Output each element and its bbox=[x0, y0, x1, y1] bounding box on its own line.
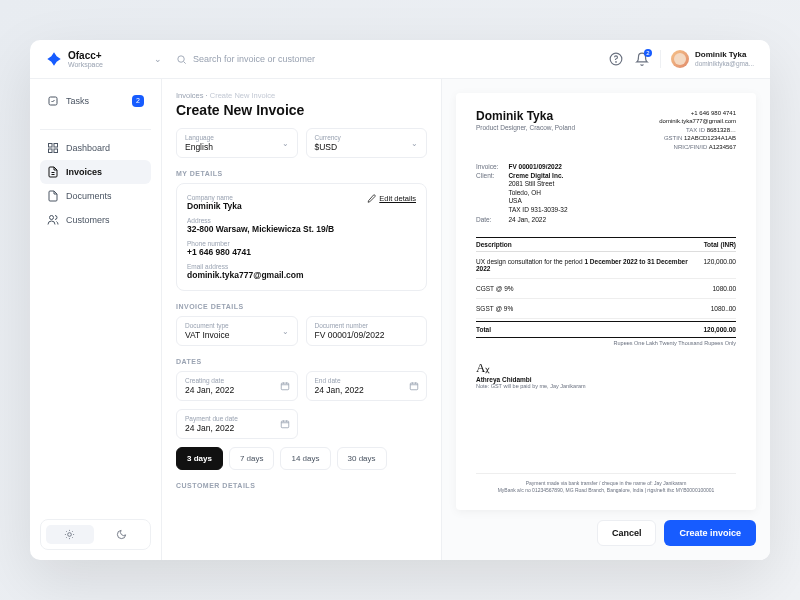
field-value: English bbox=[185, 142, 289, 152]
chevron-down-icon: ⌄ bbox=[282, 327, 289, 336]
dashboard-icon bbox=[47, 142, 59, 154]
sidebar-item-customers[interactable]: Customers bbox=[40, 208, 151, 232]
pill-14days[interactable]: 14 days bbox=[280, 447, 330, 470]
field-label: Payment due date bbox=[185, 415, 289, 422]
phone-value: +1 646 980 4741 bbox=[187, 247, 416, 257]
th-total: Total (INR) bbox=[704, 241, 736, 248]
avatar bbox=[671, 50, 689, 68]
pill-3days[interactable]: 3 days bbox=[176, 447, 223, 470]
end-date-input[interactable]: End date 24 Jan, 2022 bbox=[306, 371, 428, 401]
doc-meta: +1 646 980 4741 dominik.tyka777@gmail.co… bbox=[659, 109, 736, 151]
line-desc: UX design consultation for the period 1 … bbox=[476, 258, 703, 272]
field-label: Language bbox=[185, 134, 289, 141]
user-email: dominiktyka@gma... bbox=[695, 60, 754, 67]
theme-light-button[interactable] bbox=[46, 525, 94, 544]
field-value: 24 Jan, 2022 bbox=[315, 385, 419, 395]
help-icon bbox=[609, 52, 623, 66]
action-bar: Cancel Create invoice bbox=[456, 510, 756, 546]
calendar-icon bbox=[280, 381, 290, 391]
doc-name: Dominik Tyka bbox=[476, 109, 575, 123]
customers-icon bbox=[47, 214, 59, 226]
signature: Aᵪ Athreya Chidambi Note: GST will be pa… bbox=[476, 360, 736, 389]
address-value: 32-800 Warsaw, Mickiewicza St. 19/B bbox=[187, 224, 416, 234]
chevron-down-icon: ⌄ bbox=[282, 139, 289, 148]
signature-mark: Aᵪ bbox=[476, 360, 736, 376]
field-label: Currency bbox=[315, 134, 419, 141]
svg-point-9 bbox=[68, 533, 72, 537]
pencil-icon bbox=[367, 194, 376, 203]
section-invoice-details: INVOICE DETAILS bbox=[176, 303, 427, 310]
cgst-label: CGST @ 9% bbox=[476, 285, 514, 292]
tasks-icon bbox=[47, 95, 59, 107]
user-menu[interactable]: Dominik Tyka dominiktyka@gma... bbox=[660, 50, 754, 68]
svg-rect-12 bbox=[281, 421, 289, 428]
svg-rect-6 bbox=[49, 149, 53, 153]
field-label: Creating date bbox=[185, 377, 289, 384]
page-title: Create New Invoice bbox=[176, 102, 427, 118]
svg-rect-7 bbox=[54, 149, 58, 153]
line-total: 120,000.00 bbox=[703, 258, 736, 272]
section-customer-details: CUSTOMER DETAILS bbox=[176, 482, 427, 489]
svg-point-8 bbox=[50, 216, 54, 220]
total-label: Total bbox=[476, 326, 491, 333]
chevron-down-icon: ⌄ bbox=[154, 54, 162, 64]
cancel-button[interactable]: Cancel bbox=[597, 520, 657, 546]
signature-note: Note: GST will be paid by me, Jay Janika… bbox=[476, 383, 736, 389]
sidebar-label: Invoices bbox=[66, 167, 102, 177]
email-value: dominik.tyka777@gmail.com bbox=[187, 270, 416, 280]
doc-type-select[interactable]: Document type VAT Invoice ⌄ bbox=[176, 316, 298, 346]
my-details-card: Edit details Company name Dominik Tyka A… bbox=[176, 183, 427, 291]
sidebar-label: Customers bbox=[66, 215, 110, 225]
total-value: 120,000.00 bbox=[703, 326, 736, 333]
sidebar-item-dashboard[interactable]: Dashboard bbox=[40, 136, 151, 160]
field-value: FV 00001/09/2022 bbox=[315, 330, 419, 340]
due-date-input[interactable]: Payment due date 24 Jan, 2022 bbox=[176, 409, 298, 439]
calendar-icon bbox=[409, 381, 419, 391]
preview-pane: Dominik Tyka Product Designer, Cracow, P… bbox=[442, 79, 770, 560]
pill-7days[interactable]: 7 days bbox=[229, 447, 275, 470]
svg-rect-11 bbox=[410, 383, 418, 390]
breadcrumb-root[interactable]: Invoices bbox=[176, 91, 204, 100]
sidebar-item-tasks[interactable]: Tasks 2 bbox=[40, 89, 151, 113]
sun-icon bbox=[64, 529, 75, 540]
tasks-badge: 2 bbox=[132, 95, 144, 107]
field-label: Document type bbox=[185, 322, 289, 329]
theme-dark-button[interactable] bbox=[98, 525, 146, 544]
help-button[interactable] bbox=[608, 51, 624, 67]
chevron-down-icon: ⌄ bbox=[411, 139, 418, 148]
search-icon bbox=[176, 54, 187, 65]
user-name: Dominik Tyka bbox=[695, 51, 754, 60]
sidebar-item-invoices[interactable]: Invoices bbox=[40, 160, 151, 184]
create-invoice-button[interactable]: Create invoice bbox=[664, 520, 756, 546]
doc-role: Product Designer, Cracow, Poland bbox=[476, 124, 575, 131]
pill-30days[interactable]: 30 days bbox=[337, 447, 387, 470]
svg-rect-10 bbox=[281, 383, 289, 390]
breadcrumb-current: Create New Invoice bbox=[210, 91, 275, 100]
creating-date-input[interactable]: Creating date 24 Jan, 2022 bbox=[176, 371, 298, 401]
currency-select[interactable]: Currency $USD ⌄ bbox=[306, 128, 428, 158]
sidebar-item-documents[interactable]: Documents bbox=[40, 184, 151, 208]
search-placeholder: Search for invoice or customer bbox=[193, 54, 315, 64]
edit-details-link[interactable]: Edit details bbox=[367, 194, 416, 203]
doc-number-input[interactable]: Document number FV 00001/09/2022 bbox=[306, 316, 428, 346]
email-label: Email address bbox=[187, 263, 416, 270]
section-dates: DATES bbox=[176, 358, 427, 365]
duration-pills: 3 days 7 days 14 days 30 days bbox=[176, 447, 427, 470]
sgst-value: 1080..00 bbox=[711, 305, 736, 312]
breadcrumb: Invoices · Create New Invoice bbox=[176, 91, 427, 100]
invoice-preview: Dominik Tyka Product Designer, Cracow, P… bbox=[456, 93, 756, 510]
form-pane: Invoices · Create New Invoice Create New… bbox=[162, 79, 442, 560]
svg-point-0 bbox=[178, 55, 184, 61]
cgst-value: 1080.00 bbox=[713, 285, 737, 292]
search-input[interactable]: Search for invoice or customer bbox=[176, 54, 594, 65]
svg-point-2 bbox=[616, 62, 617, 63]
notifications-button[interactable]: 2 bbox=[634, 51, 650, 67]
language-select[interactable]: Language English ⌄ bbox=[176, 128, 298, 158]
section-my-details: MY DETAILS bbox=[176, 170, 427, 177]
brand-logo-icon bbox=[46, 51, 62, 67]
field-value: $USD bbox=[315, 142, 419, 152]
theme-toggle bbox=[40, 519, 151, 550]
workspace-switcher[interactable]: Ofacc+ Workspace ⌄ bbox=[46, 51, 162, 68]
top-actions: 2 Dominik Tyka dominiktyka@gma... bbox=[608, 50, 754, 68]
sidebar-label: Dashboard bbox=[66, 143, 110, 153]
